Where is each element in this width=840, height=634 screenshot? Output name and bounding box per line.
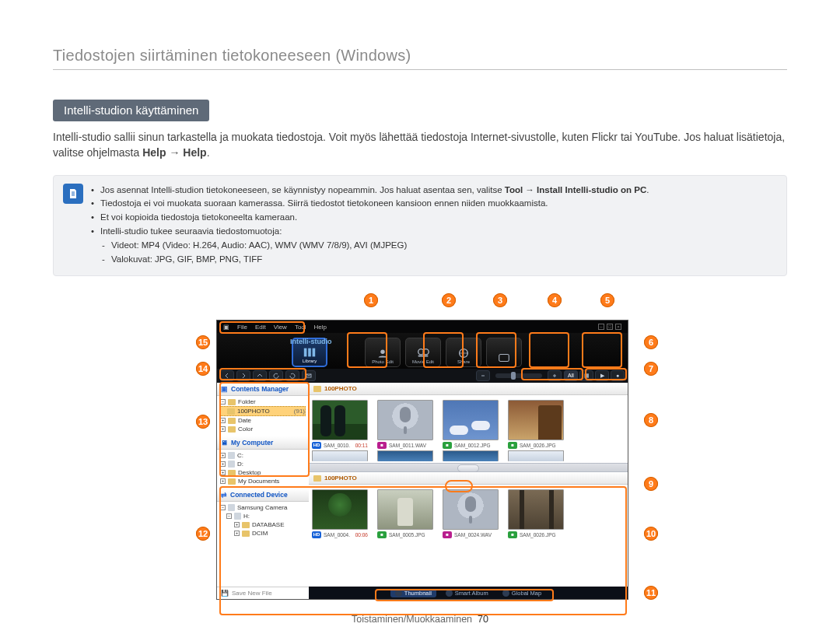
tree-camera[interactable]: −Samsung Camera — [220, 503, 306, 512]
thumbnail-item[interactable]: ■SAM_0024.WAV — [443, 489, 499, 538]
tree-100photo[interactable]: 100PHOTO(91) — [220, 406, 306, 416]
nav-back[interactable] — [220, 370, 234, 381]
tree-mydocs[interactable]: +My Documents — [220, 477, 306, 485]
thumbnail-item[interactable] — [508, 450, 564, 461]
thumbnail-image[interactable] — [312, 489, 368, 530]
close-icon[interactable]: × — [615, 324, 621, 330]
filetype-badge: HD — [312, 442, 321, 449]
globe-icon — [502, 590, 509, 597]
maximize-icon[interactable]: □ — [607, 324, 613, 330]
expand-icon[interactable]: + — [220, 426, 226, 432]
thumbnail-item[interactable] — [443, 450, 499, 461]
note-1a: Jos asennat Intelli-studion tietokoneese… — [100, 185, 505, 194]
thumbnail-image[interactable] — [508, 400, 564, 440]
thumbnail-image[interactable] — [508, 450, 564, 461]
menu-view[interactable]: View — [274, 324, 287, 331]
zoom-slider[interactable] — [495, 373, 542, 378]
expand-icon[interactable]: + — [234, 531, 240, 536]
nav-up[interactable] — [253, 370, 267, 381]
callout-6: 6 — [644, 335, 658, 349]
note-line-3: Et voi kopioida tiedostoja tietokoneelta… — [91, 211, 777, 225]
svg-rect-1 — [308, 349, 311, 357]
nav-rotate-r[interactable] — [285, 370, 299, 381]
nav-rotate-l[interactable] — [269, 370, 283, 381]
expand-icon[interactable]: + — [220, 453, 226, 458]
expand-icon[interactable]: + — [220, 418, 226, 423]
expand-icon[interactable]: + — [220, 470, 226, 475]
thumbnail-image[interactable] — [312, 450, 368, 461]
collapse-icon[interactable]: − — [226, 513, 232, 519]
thumbnail-image[interactable] — [443, 400, 499, 440]
thumbnail-item[interactable]: ■SAM_0012.JPG — [443, 400, 499, 449]
collapse-icon[interactable]: − — [220, 505, 226, 510]
window-controls[interactable]: –□× — [598, 324, 621, 330]
collapse-icon[interactable]: − — [220, 399, 226, 405]
thumbnail-image[interactable] — [377, 400, 433, 440]
tree-database[interactable]: +DATABASE — [220, 520, 306, 529]
view-thumbnail[interactable]: Thumbnail — [390, 589, 436, 597]
tree-dcim[interactable]: +DCIM — [220, 529, 306, 538]
nav-mail[interactable] — [302, 370, 316, 381]
mode-movie-edit[interactable]: Movie Edit — [405, 338, 441, 367]
folder-icon — [227, 408, 235, 415]
view-smart-album[interactable]: Smart Album — [441, 589, 493, 597]
thumbnail-item[interactable] — [377, 450, 433, 461]
expand-icon[interactable]: + — [220, 478, 226, 484]
tree-date[interactable]: +Date — [220, 416, 306, 425]
thumbnail-item[interactable] — [312, 450, 368, 461]
menu-tool[interactable]: Tool — [295, 324, 306, 331]
tree-drive-c[interactable]: +C: — [220, 451, 306, 460]
mode-share[interactable]: Share — [446, 338, 481, 367]
mode-photo-label: Photo Edit — [372, 359, 394, 364]
view-global-map[interactable]: Global Map — [498, 589, 546, 597]
thumbnail-image[interactable] — [443, 489, 499, 530]
nav-row: All ▦ ▶ ● — [217, 369, 628, 383]
mode-photo-edit[interactable]: Photo Edit — [365, 338, 401, 367]
filter-audio-icon[interactable]: ● — [611, 370, 625, 381]
thumbnail-item[interactable]: ■SAM_0011.WAV — [377, 400, 433, 449]
tree-desktop[interactable]: +Desktop — [220, 468, 306, 477]
tree-folder[interactable]: −Folder — [220, 398, 306, 406]
app-brand: Intelli-studio — [290, 338, 332, 345]
callout-15: 15 — [196, 335, 210, 349]
thumbnail-image[interactable] — [377, 489, 433, 530]
menu-help[interactable]: Help — [314, 324, 327, 331]
thumbnail-caption: HDSAM_0010.00:11 — [312, 442, 368, 449]
thumbnail-duration: 00:06 — [355, 532, 368, 538]
tree-drive-d[interactable]: +D: — [220, 460, 306, 468]
save-new-file[interactable]: 💾Save New File — [217, 587, 309, 599]
callout-10: 10 — [644, 527, 658, 541]
menu-edit[interactable]: Edit — [255, 324, 266, 331]
filter-all[interactable]: All — [564, 370, 578, 381]
thumbnail-image[interactable] — [508, 489, 564, 530]
thumbnail-caption: ■SAM_0026.JPG — [508, 442, 564, 449]
thumbnail-image[interactable] — [443, 450, 499, 461]
zoom-in[interactable] — [548, 370, 562, 381]
pane-splitter[interactable] — [309, 463, 628, 472]
thumbnail-item[interactable]: HDSAM_0010.00:11 — [312, 400, 368, 449]
thumbnail-item[interactable]: ■SAM_0026.JPG — [508, 400, 564, 449]
thumbnail-filename: SAM_0026.JPG — [520, 532, 556, 538]
device-icon: ⇄ — [221, 491, 227, 499]
tree-contents: −Folder 100PHOTO(91) +Date +Color — [217, 396, 309, 436]
nav-fwd[interactable] — [236, 370, 250, 381]
menu-file[interactable]: File — [237, 324, 247, 331]
tree-color[interactable]: +Color — [220, 425, 306, 433]
expand-icon[interactable]: + — [234, 522, 240, 527]
grid-icon — [395, 590, 402, 597]
thumbnail-item[interactable]: ■SAM_0005.JPG — [377, 489, 433, 538]
section-heading: Intelli-studion käyttäminen — [53, 100, 209, 121]
thumbnail-item[interactable]: HDSAM_0004.00:06 — [312, 489, 368, 538]
filter-photo-icon[interactable]: ▦ — [579, 370, 593, 381]
mode-extra[interactable] — [486, 338, 522, 367]
minimize-icon[interactable]: – — [598, 324, 604, 330]
thumbnail-item[interactable]: ■SAM_0026.JPG — [508, 489, 564, 538]
zoom-out[interactable] — [476, 370, 490, 381]
thumbnail-caption: ■SAM_0011.WAV — [377, 442, 433, 449]
expand-icon[interactable]: + — [220, 461, 226, 467]
splitter-grip-icon[interactable] — [457, 464, 479, 472]
filter-movie-icon[interactable]: ▶ — [595, 370, 609, 381]
thumbnail-image[interactable] — [312, 400, 368, 440]
tree-vol-h[interactable]: −H: — [220, 512, 306, 520]
thumbnail-image[interactable] — [377, 450, 433, 461]
